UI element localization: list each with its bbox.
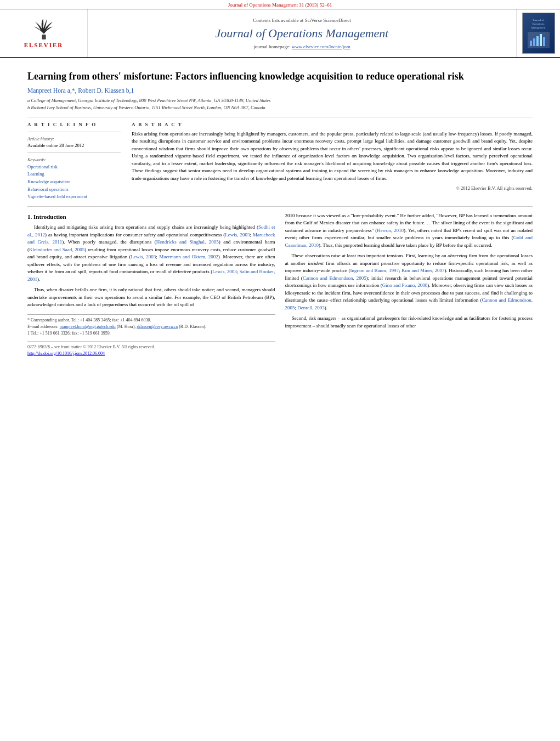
body-para-4: These observations raise at least two im… [285,252,533,312]
ref-salin[interactable]: Salin and Hooker, 2001 [27,269,275,282]
cover-graphic-icon [529,33,548,47]
keyword-4: Behavioral operations [27,186,121,194]
cover-line2: Operations [531,22,545,26]
divider-2 [27,132,121,132]
footnote-bottom: 0272-6963/$ – see front matter © 2012 El… [27,341,275,357]
footnote-doi: http://dx.doi.org/10.1016/j.jom.2012.06.… [27,350,275,357]
body-col-right: 2010 because it was viewed as a "low-pro… [285,212,533,357]
svg-rect-4 [540,34,542,46]
section1-title: 1. Introduction [27,212,275,222]
svg-rect-2 [533,38,535,46]
affiliation-a: a College of Management, Georgia Institu… [27,97,533,104]
copyright-line: © 2012 Elsevier B.V. All rights reserved… [132,185,533,191]
journal-title: Journal of Operations Management [216,26,389,41]
abstract-heading: A B S T R A C T [132,122,533,127]
journal-homepage: journal homepage: www.elsevier.com/locat… [253,44,350,49]
elsevier-tree-icon [27,19,60,41]
elsevier-logo: ELSEVIER [11,17,77,50]
svg-rect-0 [42,35,46,39]
sciverse-line: Contents lists available at SciVerse Sci… [253,18,351,23]
divider-4 [27,206,533,207]
journal-header: ELSEVIER Contents lists available at Sci… [0,9,560,58]
ref-gino[interactable]: Gino and Pisano, 2008 [382,282,427,288]
body-para-5: Second, risk managers – as organizationa… [285,315,533,330]
authors-text: Manpreet Hora a,*, Robert D. Klassen b,1 [27,87,134,94]
article-info-heading: A R T I C L E I N F O [27,122,121,127]
email2-link[interactable]: rklassen@ivey.uwca.ca [137,324,178,329]
journal-cover-thumbnail: Journal of Operations Management [522,13,555,54]
email1-name: (M. Hora), [117,324,135,329]
authors-line: Manpreet Hora a,*, Robert D. Klassen b,1 [27,87,533,94]
doi-link[interactable]: http://dx.doi.org/10.1016/j.jom.2012.06.… [27,351,105,356]
ref-lewis2003b[interactable]: Lewis, 2003 [131,254,156,259]
svg-rect-3 [536,36,539,46]
journal-top-bar: Journal of Operations Management 31 (201… [0,0,560,9]
footnote-issn: 0272-6963/$ – see front matter © 2012 El… [27,344,275,350]
footnote-corresponding: * Corresponding author. Tel.: +1 404 385… [27,317,275,324]
affiliation-b: b Richard Ivey School of Business, Unive… [27,104,533,111]
keyword-1: Operational risk [27,163,121,171]
body-para-1: Identifying and mitigating risks arising… [27,224,275,283]
keyword-2: Learning [27,171,121,178]
affiliations: a College of Management, Georgia Institu… [27,97,533,111]
ref-herron[interactable]: Herron, 2010 [377,228,404,233]
keywords-list: Operational risk Learning Knowledge acqu… [27,163,121,201]
email-label: E-mail addresses: [27,324,59,329]
body-columns: 1. Introduction Identifying and mitigati… [27,212,533,357]
elsevier-label: ELSEVIER [24,42,64,48]
ref-ingram[interactable]: Ingram and Baum, 1997 [350,268,399,273]
divider-3 [27,152,121,153]
ref-hendricks[interactable]: Hendricks and Singhal, 2005 [156,239,219,245]
cover-line3: Management [531,26,545,30]
elsevier-logo-section: ELSEVIER [0,9,88,57]
homepage-url[interactable]: www.elsevier.com/locate/jom [292,44,350,49]
ref-kim[interactable]: Kim and Miner, 2007 [401,268,444,273]
article-title: Learning from others' misfortune: Factor… [27,70,533,83]
history-label: Article history: [27,137,121,142]
body-para-3: 2010 because it was viewed as a "low-pro… [285,212,533,250]
ref-lewis2003[interactable]: Lewis, 2003 [225,232,250,237]
body-col-left: 1. Introduction Identifying and mitigati… [27,212,275,357]
ref-denrell[interactable]: Denrell, 2003 [297,305,325,310]
abstract-text: Risks arising from operations are increa… [132,131,533,183]
cover-graphic [528,32,550,48]
ref-gold[interactable]: Gold and Casselman, 2010 [285,235,533,248]
history-value: Available online 28 June 2012 [27,143,121,148]
article-info-section: A R T I C L E I N F O Article history: A… [27,122,533,201]
footnote-email: E-mail addresses: manpreet.hora@mgt.gate… [27,324,275,330]
keyword-5: Vignette-based field experiment [27,193,121,201]
body-para-2: Thus, when disaster befalls one firm, it… [27,286,275,309]
main-content: Learning from others' misfortune: Factor… [0,58,560,363]
keywords-label: Keywords: [27,157,121,162]
journal-cover-section: Journal of Operations Management [516,9,560,57]
email1-link[interactable]: manpreet.hora@mgt.gatech.edu [60,324,116,329]
ref-cannon[interactable]: Cannon and Edmondson, 2005 [303,275,366,281]
journal-citation: Journal of Operations Management 31 (201… [228,2,332,8]
cover-line1: Journal of [531,18,545,22]
keyword-3: Knowledge acquisition [27,178,121,186]
svg-rect-5 [543,37,545,46]
ref-lewis2003c[interactable]: Lewis, 2003 [212,269,237,274]
footnotes: * Corresponding author. Tel.: +1 404 385… [27,314,275,337]
article-info-left: A R T I C L E I N F O Article history: A… [27,122,121,201]
ref-kleindorfer[interactable]: Kleindorfer and Saad, 2005 [29,247,84,252]
ref-muermann[interactable]: Muermann and Oktem, 2002 [159,254,218,259]
svg-rect-1 [530,41,532,46]
divider-1 [27,117,533,117]
email2-name: (R.D. Klassen). [179,324,206,329]
journal-info-center: Contents lists available at SciVerse Sci… [88,9,516,57]
abstract-section: A B S T R A C T Risks arising from opera… [132,122,533,201]
footnote-1: 1 Tel.: +1 519 661 3326; fax: +1 519 661… [27,330,275,337]
